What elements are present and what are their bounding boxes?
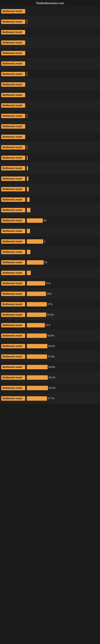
table-row: Bottleneck result — [0, 163, 100, 174]
bar-value: 52.9 — [46, 324, 50, 327]
bar-container: 50 — [27, 260, 99, 265]
bottleneck-label: Bottleneck result — [1, 365, 25, 369]
bar-value: 57% — [48, 303, 52, 306]
bar — [27, 344, 48, 348]
bar-container: 56.8% — [27, 334, 99, 338]
bar-container: 58.5% — [27, 344, 99, 348]
bar — [27, 354, 47, 359]
bar-container — [27, 30, 99, 34]
bar — [27, 292, 46, 296]
table-row: Bottleneck result58.8% — [0, 362, 100, 372]
bar-container — [27, 208, 99, 212]
table-row: Bottleneck result — [0, 27, 100, 38]
bar-container: 52.9 — [27, 323, 99, 328]
table-row: Bottleneck result56.8% — [0, 330, 100, 341]
bar-container — [27, 51, 99, 55]
bottleneck-label: Bottleneck result — [1, 292, 25, 296]
bar-container: 57.7% — [27, 396, 99, 401]
bar — [27, 72, 27, 76]
header: TheBottlenecker.com — [0, 0, 100, 6]
bar-container — [27, 271, 99, 275]
bar — [27, 239, 43, 244]
bottleneck-label: Bottleneck result — [1, 334, 25, 338]
bar-container: 49 — [27, 218, 99, 223]
bottleneck-label: Bottleneck result — [1, 229, 25, 233]
bar — [27, 365, 48, 369]
table-row: Bottleneck result59.1% — [0, 372, 100, 383]
bar-value: 4 — [44, 240, 46, 243]
bottleneck-label: Bottleneck result — [1, 166, 25, 170]
bar-container: 55% — [27, 292, 99, 296]
table-row: Bottleneck result — [0, 226, 100, 236]
bar-value: 57.9% — [48, 355, 54, 358]
bottleneck-label: Bottleneck result — [1, 124, 25, 128]
bottleneck-label: Bottleneck result — [1, 218, 25, 223]
table-row: Bottleneck result50 — [0, 257, 100, 268]
bar-value: 58.5% — [48, 345, 55, 348]
bar-container — [27, 166, 99, 170]
table-row: Bottleneck result — [0, 184, 100, 194]
table-row: Bottleneck result — [0, 38, 100, 48]
bottleneck-label: Bottleneck result — [1, 145, 25, 150]
table-row: Bottleneck result52.9 — [0, 320, 100, 330]
bottleneck-label: Bottleneck result — [1, 114, 25, 118]
bar — [27, 250, 30, 254]
bottleneck-label: Bottleneck result — [1, 323, 25, 328]
bottleneck-label: Bottleneck result — [1, 40, 25, 45]
table-row: Bottleneck result4 — [0, 236, 100, 247]
table-row: Bottleneck result — [0, 174, 100, 184]
bar-value: 59.6% — [49, 386, 56, 390]
bar — [27, 260, 44, 265]
bar — [27, 375, 48, 380]
table-row: Bottleneck result — [0, 48, 100, 58]
bar — [27, 323, 45, 328]
bar-container — [27, 20, 99, 24]
table-row: Bottleneck result — [0, 247, 100, 257]
table-row: Bottleneck result — [0, 90, 100, 100]
bar-container — [27, 62, 99, 66]
bottleneck-label: Bottleneck result — [1, 93, 25, 97]
bottleneck-label: Bottleneck result — [1, 198, 25, 202]
bottleneck-label: Bottleneck result — [1, 62, 25, 66]
bottleneck-label: Bottleneck result — [1, 9, 25, 14]
bar — [27, 198, 30, 202]
bottleneck-label: Bottleneck result — [1, 375, 25, 380]
bottleneck-label: Bottleneck result — [1, 281, 25, 286]
table-row: Bottleneck result — [0, 69, 100, 79]
bar-container: 58.8% — [27, 365, 99, 369]
bar-container — [27, 103, 99, 108]
bar-container: 4 — [27, 239, 99, 244]
bottleneck-label: Bottleneck result — [1, 260, 25, 265]
bottleneck-label: Bottleneck result — [1, 386, 25, 390]
table-row: Bottleneck result — [0, 152, 100, 163]
bottleneck-label: Bottleneck result — [1, 187, 25, 192]
table-row: Bottleneck result — [0, 100, 100, 111]
bar — [27, 20, 27, 24]
table-row: Bottleneck result58.5% — [0, 341, 100, 352]
bar — [27, 312, 46, 317]
table-row: Bottleneck result57.7% — [0, 393, 100, 404]
bar — [27, 208, 30, 212]
bar-container — [27, 40, 99, 45]
bar-container: 59.6% — [27, 386, 99, 390]
bar — [27, 176, 28, 181]
bar — [27, 281, 45, 286]
bar-container — [27, 114, 99, 118]
bar-container — [27, 93, 99, 97]
bar-container: 59.1% — [27, 375, 99, 380]
bar-container — [27, 229, 99, 233]
bar — [27, 156, 28, 160]
table-row: Bottleneck result55.6% — [0, 310, 100, 320]
bottleneck-label: Bottleneck result — [1, 250, 25, 254]
bottleneck-label: Bottleneck result — [1, 239, 25, 244]
bar-container — [27, 124, 99, 128]
bar-container — [27, 187, 99, 192]
table-row: Bottleneck result57.9% — [0, 352, 100, 362]
bottleneck-label: Bottleneck result — [1, 20, 25, 24]
bar — [27, 166, 28, 170]
bar-value: 57.7% — [48, 397, 54, 400]
bottleneck-label: Bottleneck result — [1, 302, 25, 306]
table-row: Bottleneck result — [0, 142, 100, 152]
bar-container — [27, 250, 99, 254]
bar — [27, 145, 27, 150]
